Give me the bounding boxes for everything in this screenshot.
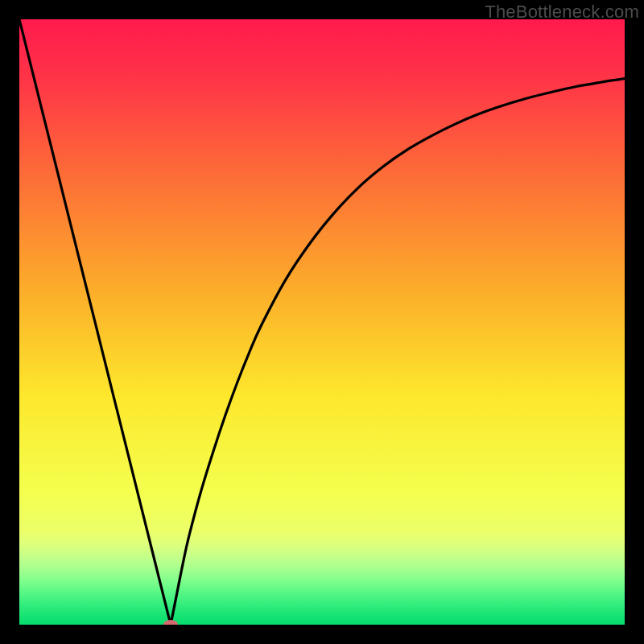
chart-frame: [19, 19, 625, 625]
bottleneck-chart: [19, 19, 625, 625]
chart-background: [19, 19, 625, 625]
watermark-text: TheBottleneck.com: [485, 2, 639, 23]
